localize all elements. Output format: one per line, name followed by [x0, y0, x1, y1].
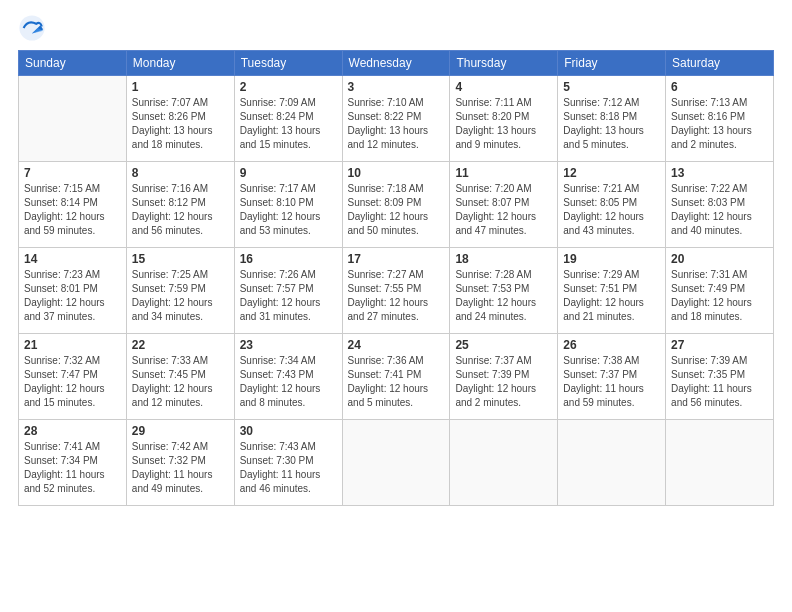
day-number: 6 — [671, 80, 768, 94]
day-info: Sunrise: 7:39 AM Sunset: 7:35 PM Dayligh… — [671, 354, 768, 410]
day-info: Sunrise: 7:07 AM Sunset: 8:26 PM Dayligh… — [132, 96, 229, 152]
day-number: 30 — [240, 424, 337, 438]
day-cell: 9Sunrise: 7:17 AM Sunset: 8:10 PM Daylig… — [234, 162, 342, 248]
day-cell: 12Sunrise: 7:21 AM Sunset: 8:05 PM Dayli… — [558, 162, 666, 248]
day-info: Sunrise: 7:10 AM Sunset: 8:22 PM Dayligh… — [348, 96, 445, 152]
week-row-5: 28Sunrise: 7:41 AM Sunset: 7:34 PM Dayli… — [19, 420, 774, 506]
day-cell: 8Sunrise: 7:16 AM Sunset: 8:12 PM Daylig… — [126, 162, 234, 248]
day-cell: 26Sunrise: 7:38 AM Sunset: 7:37 PM Dayli… — [558, 334, 666, 420]
day-info: Sunrise: 7:26 AM Sunset: 7:57 PM Dayligh… — [240, 268, 337, 324]
day-info: Sunrise: 7:31 AM Sunset: 7:49 PM Dayligh… — [671, 268, 768, 324]
day-number: 24 — [348, 338, 445, 352]
day-cell: 7Sunrise: 7:15 AM Sunset: 8:14 PM Daylig… — [19, 162, 127, 248]
day-info: Sunrise: 7:29 AM Sunset: 7:51 PM Dayligh… — [563, 268, 660, 324]
day-info: Sunrise: 7:11 AM Sunset: 8:20 PM Dayligh… — [455, 96, 552, 152]
day-header-friday: Friday — [558, 51, 666, 76]
day-info: Sunrise: 7:17 AM Sunset: 8:10 PM Dayligh… — [240, 182, 337, 238]
day-info: Sunrise: 7:20 AM Sunset: 8:07 PM Dayligh… — [455, 182, 552, 238]
day-number: 11 — [455, 166, 552, 180]
day-info: Sunrise: 7:34 AM Sunset: 7:43 PM Dayligh… — [240, 354, 337, 410]
header — [18, 10, 774, 42]
day-cell — [19, 76, 127, 162]
day-number: 23 — [240, 338, 337, 352]
day-cell — [450, 420, 558, 506]
day-cell: 5Sunrise: 7:12 AM Sunset: 8:18 PM Daylig… — [558, 76, 666, 162]
day-header-saturday: Saturday — [666, 51, 774, 76]
day-number: 8 — [132, 166, 229, 180]
day-cell: 6Sunrise: 7:13 AM Sunset: 8:16 PM Daylig… — [666, 76, 774, 162]
day-number: 26 — [563, 338, 660, 352]
day-header-sunday: Sunday — [19, 51, 127, 76]
day-cell: 3Sunrise: 7:10 AM Sunset: 8:22 PM Daylig… — [342, 76, 450, 162]
day-cell: 1Sunrise: 7:07 AM Sunset: 8:26 PM Daylig… — [126, 76, 234, 162]
day-info: Sunrise: 7:37 AM Sunset: 7:39 PM Dayligh… — [455, 354, 552, 410]
day-number: 20 — [671, 252, 768, 266]
day-cell — [558, 420, 666, 506]
day-cell: 22Sunrise: 7:33 AM Sunset: 7:45 PM Dayli… — [126, 334, 234, 420]
day-number: 21 — [24, 338, 121, 352]
day-number: 13 — [671, 166, 768, 180]
day-info: Sunrise: 7:36 AM Sunset: 7:41 PM Dayligh… — [348, 354, 445, 410]
day-cell: 29Sunrise: 7:42 AM Sunset: 7:32 PM Dayli… — [126, 420, 234, 506]
page: SundayMondayTuesdayWednesdayThursdayFrid… — [0, 0, 792, 612]
day-info: Sunrise: 7:32 AM Sunset: 7:47 PM Dayligh… — [24, 354, 121, 410]
day-number: 16 — [240, 252, 337, 266]
day-info: Sunrise: 7:33 AM Sunset: 7:45 PM Dayligh… — [132, 354, 229, 410]
day-number: 25 — [455, 338, 552, 352]
day-number: 10 — [348, 166, 445, 180]
day-number: 28 — [24, 424, 121, 438]
day-number: 19 — [563, 252, 660, 266]
day-info: Sunrise: 7:25 AM Sunset: 7:59 PM Dayligh… — [132, 268, 229, 324]
day-cell: 23Sunrise: 7:34 AM Sunset: 7:43 PM Dayli… — [234, 334, 342, 420]
day-cell: 17Sunrise: 7:27 AM Sunset: 7:55 PM Dayli… — [342, 248, 450, 334]
day-number: 27 — [671, 338, 768, 352]
day-cell — [666, 420, 774, 506]
day-info: Sunrise: 7:28 AM Sunset: 7:53 PM Dayligh… — [455, 268, 552, 324]
day-header-wednesday: Wednesday — [342, 51, 450, 76]
day-info: Sunrise: 7:12 AM Sunset: 8:18 PM Dayligh… — [563, 96, 660, 152]
logo-icon — [18, 14, 46, 42]
day-cell: 15Sunrise: 7:25 AM Sunset: 7:59 PM Dayli… — [126, 248, 234, 334]
day-info: Sunrise: 7:13 AM Sunset: 8:16 PM Dayligh… — [671, 96, 768, 152]
day-cell — [342, 420, 450, 506]
day-cell: 30Sunrise: 7:43 AM Sunset: 7:30 PM Dayli… — [234, 420, 342, 506]
day-cell: 2Sunrise: 7:09 AM Sunset: 8:24 PM Daylig… — [234, 76, 342, 162]
calendar: SundayMondayTuesdayWednesdayThursdayFrid… — [18, 50, 774, 506]
day-number: 15 — [132, 252, 229, 266]
day-info: Sunrise: 7:23 AM Sunset: 8:01 PM Dayligh… — [24, 268, 121, 324]
day-cell: 14Sunrise: 7:23 AM Sunset: 8:01 PM Dayli… — [19, 248, 127, 334]
day-info: Sunrise: 7:38 AM Sunset: 7:37 PM Dayligh… — [563, 354, 660, 410]
day-info: Sunrise: 7:09 AM Sunset: 8:24 PM Dayligh… — [240, 96, 337, 152]
day-info: Sunrise: 7:42 AM Sunset: 7:32 PM Dayligh… — [132, 440, 229, 496]
day-number: 5 — [563, 80, 660, 94]
day-cell: 27Sunrise: 7:39 AM Sunset: 7:35 PM Dayli… — [666, 334, 774, 420]
week-row-3: 14Sunrise: 7:23 AM Sunset: 8:01 PM Dayli… — [19, 248, 774, 334]
day-number: 3 — [348, 80, 445, 94]
day-info: Sunrise: 7:15 AM Sunset: 8:14 PM Dayligh… — [24, 182, 121, 238]
day-cell: 28Sunrise: 7:41 AM Sunset: 7:34 PM Dayli… — [19, 420, 127, 506]
header-row: SundayMondayTuesdayWednesdayThursdayFrid… — [19, 51, 774, 76]
day-info: Sunrise: 7:43 AM Sunset: 7:30 PM Dayligh… — [240, 440, 337, 496]
day-info: Sunrise: 7:18 AM Sunset: 8:09 PM Dayligh… — [348, 182, 445, 238]
day-cell: 10Sunrise: 7:18 AM Sunset: 8:09 PM Dayli… — [342, 162, 450, 248]
week-row-4: 21Sunrise: 7:32 AM Sunset: 7:47 PM Dayli… — [19, 334, 774, 420]
day-number: 17 — [348, 252, 445, 266]
week-row-1: 1Sunrise: 7:07 AM Sunset: 8:26 PM Daylig… — [19, 76, 774, 162]
day-cell: 19Sunrise: 7:29 AM Sunset: 7:51 PM Dayli… — [558, 248, 666, 334]
day-cell: 18Sunrise: 7:28 AM Sunset: 7:53 PM Dayli… — [450, 248, 558, 334]
day-cell: 20Sunrise: 7:31 AM Sunset: 7:49 PM Dayli… — [666, 248, 774, 334]
day-info: Sunrise: 7:22 AM Sunset: 8:03 PM Dayligh… — [671, 182, 768, 238]
day-cell: 11Sunrise: 7:20 AM Sunset: 8:07 PM Dayli… — [450, 162, 558, 248]
logo — [18, 14, 50, 42]
day-number: 29 — [132, 424, 229, 438]
day-number: 1 — [132, 80, 229, 94]
day-number: 2 — [240, 80, 337, 94]
day-header-monday: Monday — [126, 51, 234, 76]
day-info: Sunrise: 7:27 AM Sunset: 7:55 PM Dayligh… — [348, 268, 445, 324]
day-number: 4 — [455, 80, 552, 94]
day-header-thursday: Thursday — [450, 51, 558, 76]
day-cell: 24Sunrise: 7:36 AM Sunset: 7:41 PM Dayli… — [342, 334, 450, 420]
day-number: 18 — [455, 252, 552, 266]
day-number: 22 — [132, 338, 229, 352]
day-number: 14 — [24, 252, 121, 266]
